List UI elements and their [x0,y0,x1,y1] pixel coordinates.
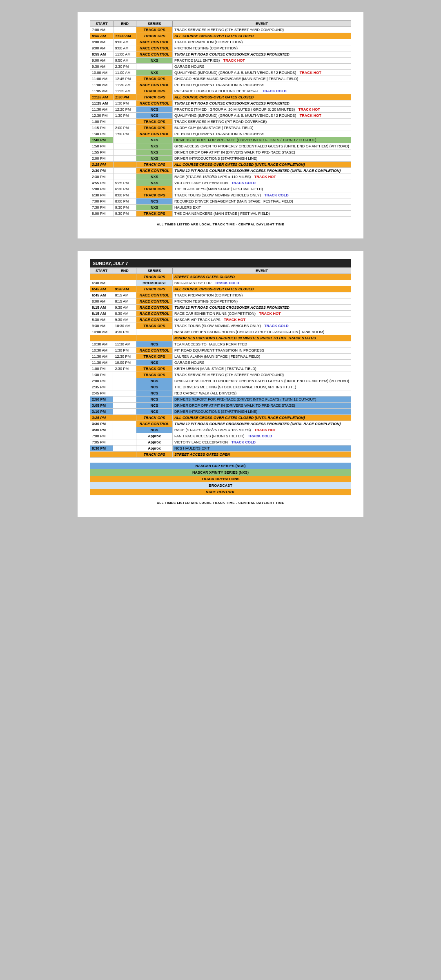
cell-start: 10:30 AM [90,341,113,347]
cell-start: 7:00 AM [90,27,114,33]
cell-end: 1:30 PM [113,100,136,107]
cell-end: 5:25 PM [113,180,136,186]
cell-start: 10:00 AM [90,329,113,335]
cell-event: ALL COURSE CROSS-OVER GATES CLOSED (UNTI… [173,162,351,168]
table-row: 1:00 PMTRACK OPSTRACK SERVICES MEETING (… [90,119,351,125]
event-text: NASCAR VIP TRACK LAPS [174,318,220,322]
cell-end: 3:30 PM [113,329,136,335]
page-2: SUNDAY, JULY 7 START END SERIES EVENT TR… [78,251,363,517]
cell-start: 1:55 PM [90,149,114,156]
cell-end [113,162,136,168]
table-row: 3:25 PMTRACK OPSALL COURSE CROSS-OVER GA… [90,415,351,421]
cell-series: NXS [136,180,173,186]
table-row: 8:15 AM8:30 AMRACE CONTROLRACE CAR EXHIB… [90,311,351,317]
cell-series: RACE CONTROL [136,100,173,107]
col-series-2: SERIES [136,268,173,274]
status-badge: TRACK HOT [298,114,321,118]
cell-end: 10:00 PM [113,360,136,366]
event-text: DRIVER DROP OFF AT PIT IN (DRIVERS WALK … [174,403,295,408]
cell-series: NCS [136,360,173,366]
cell-start: 3:10 PM [90,409,113,415]
status-badge: TRACK COLD [263,324,289,328]
cell-series: NCS [136,113,173,119]
cell-start: 8:00 PM [90,211,114,217]
status-badge: TRACK COLD [247,434,272,438]
cell-end [113,390,136,396]
cell-event: THE DRIVERS MEETING (STOCK EXCHANGE ROOM… [173,384,351,390]
cell-end: 10:30 AM [113,323,136,329]
table-row: 3:10 PMNCSDRIVER INTRODUCTIONS (START/FI… [90,409,351,415]
event-text: QUALIFYING (IMPOUND) (GROUP A & B: MULTI… [174,114,296,118]
cell-event: THE CHAINSMOKERS (MAIN STAGE | FESTIVAL … [173,211,351,217]
cell-event: PRACTICE (ALL ENTRIES) TRACK HOT [173,58,351,64]
cell-start: 1:00 PM [90,366,113,372]
table-row: 8:30 PMApproxNCS HAULERS EXIT [90,445,351,452]
cell-start: 10:30 AM [90,347,113,354]
cell-series: TRACK OPS [136,366,173,372]
table-row: 2:00 PMNCSGRID ACCESS OPEN TO PROPERLY C… [90,378,351,384]
col-start: START [90,21,114,27]
cell-end: 9:30 PM [113,211,136,217]
cell-end [113,403,136,409]
cell-end: 1:50 PM [113,131,136,137]
table-row: 12:30 PM1:30 PMNCSQUALIFYING (IMPOUND) (… [90,113,351,119]
event-text: THE DRIVERS MEETING (STOCK EXCHANGE ROOM… [174,385,296,389]
event-text: TRACK TOURS (SLOW MOVING VEHICLES ONLY) [174,324,261,328]
event-text: TRACK SERVICES MEETING (9TH STREET YARD … [174,28,284,32]
cell-start: 7:30 PM [90,205,114,211]
cell-event: DRIVER DROP OFF AT PIT IN (DRIVERS WALK … [173,149,351,156]
cell-start: 5:00 PM [90,186,114,192]
cell-event: TURN 12 PIT ROAD COURSE CROSSOVER ACCESS… [173,168,351,174]
cell-series: NCS [136,396,173,403]
cell-end: 12:30 PM [113,354,136,360]
event-text: RACE CAR EXHIBITION RUNS (COMPETITION) [174,312,256,316]
cell-event: RACE (STAGES 15/30/50 LAPS = 110 MILES) … [173,174,351,180]
cell-series: TRACK OPS [136,274,173,280]
cell-series: NCS [136,427,173,433]
table-row: 6:45 AM9:30 AMTRACK OPSALL COURSE CROSS-… [90,286,351,292]
cell-event: DRIVER DROP OFF AT PIT IN (DRIVERS WALK … [173,403,351,409]
event-text: THE BLACK KEYS (MAIN STAGE | FESTIVAL FI… [174,187,263,191]
table-row: 3:30 PMNCSRACE (STAGES 20/45/75 LAPS = 1… [90,427,351,433]
cell-series: RACE CONTROL [136,168,173,174]
event-text: ALL COURSE CROSS-OVER GATES CLOSED [174,34,254,38]
cell-series: NXS [136,156,173,162]
event-text: LAUREN ALAINA (MAIN STAGE | FESTIVAL FIE… [174,354,260,359]
cell-series: TRACK OPS [136,162,173,168]
cell-event: PRE-RACE LOGISTICS & ROUTING REHEARSAL T… [173,88,351,94]
cell-event: ALL COURSE CROSS-OVER GATES CLOSED (UNTI… [173,415,351,421]
table-row: 7:05 PMApproxVICTORY LANE CELEBRATION TR… [90,439,351,445]
status-badge: TRACK COLD [261,89,287,93]
event-text: DRIVER DROP OFF AT PIT IN (DRIVERS WALK … [174,150,295,154]
event-text: DRIVER INTRODUCTIONS (START/FINISH LINE) [174,410,257,414]
cell-start [90,335,113,341]
cell-start: 8:55 AM [90,51,114,58]
cell-event: PIT ROAD EQUIPMENT TRANSITION IN PROGRES… [173,131,351,137]
cell-end [113,396,136,403]
cell-event: TRACK SERVICES MEETING (PIT ROAD COVERAG… [173,119,351,125]
cell-start: 11:25 AM [90,100,114,107]
event-text: TURN 12 PIT ROAD COURSE CROSSOVER ACCESS… [174,169,341,173]
legend-item: TRACK OPERATIONS [90,476,351,482]
cell-end: 8:00 PM [113,198,136,205]
cell-series: NCS [136,390,173,396]
table-row: 11:00 AM12:45 PMTRACK OPSCHICAGO HOUSE M… [90,76,351,82]
event-text: PRACTICE (TIMED | GROUP A: 20 MINUTES / … [174,107,295,111]
event-text: PIT ROAD EQUIPMENT TRANSITION IN PROGRES… [174,83,264,87]
cell-series: NXS [136,137,173,143]
cell-event: BUDDY GUY (MAIN STAGE | FESTIVAL FIELD) [173,125,351,131]
cell-start: 8:00 AM [90,33,114,39]
event-text: TRACK SERVICES MEETING (PIT ROAD COVERAG… [174,120,267,124]
event-text: STREET ACCESS GATES OPEN [174,452,230,457]
col-series: SERIES [136,21,173,27]
table-row: 2:00 PMNXSDRIVER INTRODUCTIONS (START/FI… [90,156,351,162]
event-text: NASCAR CREDENTIALING HOURS (CHICAGO ATHL… [174,330,324,334]
cell-start: 11:30 AM [90,107,114,113]
event-text: TRACK SERVICES MEETING (9TH STREET YARD … [174,373,284,377]
event-text: BROADCAST SET UP [174,281,212,285]
cell-series: RACE CONTROL [136,51,173,58]
cell-end [113,415,136,421]
table-row: TRACK OPSSTREET ACCESS GATES OPEN [90,452,351,458]
cell-end: 9:00 AM [113,39,136,45]
cell-end [113,378,136,384]
